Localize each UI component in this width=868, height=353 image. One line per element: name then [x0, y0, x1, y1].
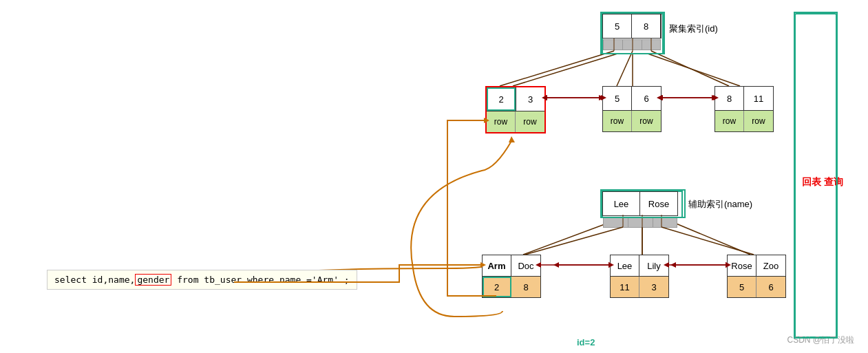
- secondary-root-cell1: Lee: [603, 192, 640, 215]
- clustered-l1-right-row2: row: [744, 111, 773, 131]
- sql-suffix: from tb_user where name ='Arm' ;: [171, 275, 349, 285]
- diagram-container: 5 8 聚集索引(id) 2 3 row row 5 6 row row: [0, 0, 868, 353]
- secondary-root-node: Lee Rose: [602, 191, 678, 216]
- secondary-level1-right-node: Rose Zoo 5 6: [727, 255, 786, 298]
- clustered-root-node: 5 8: [602, 14, 661, 39]
- sql-box: select id,name,gender from tb_user where…: [47, 270, 357, 290]
- clustered-l1-mid-row2: row: [632, 111, 661, 131]
- clustered-root-cell1: 5: [603, 14, 632, 38]
- clustered-root-cell2: 8: [632, 14, 661, 38]
- svg-marker-21: [509, 136, 515, 142]
- id-label: id=2: [577, 337, 595, 347]
- secondary-l1-left-id2: 8: [511, 277, 540, 297]
- svg-line-3: [648, 54, 740, 86]
- clustered-level1-mid-node: 5 6 row row: [602, 86, 661, 132]
- secondary-index-label: 辅助索引(name): [688, 198, 752, 211]
- clustered-l1-right-cell1: 8: [715, 87, 744, 110]
- secondary-l1-left-id1: 2: [483, 277, 511, 297]
- svg-rect-22: [795, 14, 836, 337]
- sql-prefix: select id,name,: [54, 275, 135, 285]
- secondary-l1-mid-cell2: Lily: [639, 255, 668, 276]
- svg-marker-16: [553, 262, 559, 268]
- detail-arrows: [0, 0, 868, 353]
- svg-line-40: [661, 227, 754, 255]
- secondary-l1-mid-cell1: Lee: [611, 255, 639, 276]
- secondary-l1-left-cell1: Arm: [483, 255, 511, 276]
- clustered-l1-mid-row1: row: [603, 111, 632, 131]
- clustered-l1-left-row2: row: [516, 111, 544, 132]
- secondary-l1-right-cell1: Rose: [728, 255, 756, 276]
- back-table-label: 回表 查询: [802, 176, 843, 189]
- clustered-l1-right-row1: row: [715, 111, 744, 131]
- secondary-level1-mid-node: Lee Lily 11 3: [610, 255, 669, 298]
- secondary-l1-mid-id2: 3: [639, 277, 668, 297]
- svg-line-26: [500, 51, 614, 86]
- clustered-l1-mid-cell1: 5: [603, 87, 632, 110]
- secondary-l1-right-cell2: Zoo: [756, 255, 785, 276]
- clustered-l1-left-row1: row: [487, 111, 516, 132]
- svg-line-27: [617, 51, 633, 86]
- secondary-level1-left-node: Arm Doc 2 8: [482, 255, 541, 298]
- svg-line-1: [513, 54, 617, 86]
- svg-line-38: [525, 227, 623, 255]
- clustered-level1-left-node: 2 3 row row: [485, 86, 546, 133]
- secondary-l1-left-cell2: Doc: [511, 255, 540, 276]
- secondary-l1-mid-id1: 11: [611, 277, 639, 297]
- sql-gender: gender: [135, 274, 171, 286]
- clustered-l1-left-cell2: 3: [516, 87, 544, 111]
- secondary-root-cell2: Rose: [640, 192, 677, 215]
- clustered-l1-right-cell2: 11: [744, 87, 773, 110]
- clustered-index-label: 聚集索引(id): [669, 23, 718, 35]
- watermark: CSDN @怕了没啦: [787, 334, 854, 346]
- svg-line-28: [651, 51, 729, 86]
- secondary-l1-right-id1: 5: [728, 277, 756, 297]
- clustered-l1-left-cell1: 2: [487, 87, 516, 111]
- clustered-l1-mid-cell2: 6: [632, 87, 661, 110]
- secondary-l1-right-id2: 6: [756, 277, 785, 297]
- svg-rect-49: [794, 12, 837, 338]
- clustered-level1-right-node: 8 11 row row: [714, 86, 774, 132]
- arrows-overlay: [0, 0, 868, 353]
- svg-marker-19: [670, 262, 676, 268]
